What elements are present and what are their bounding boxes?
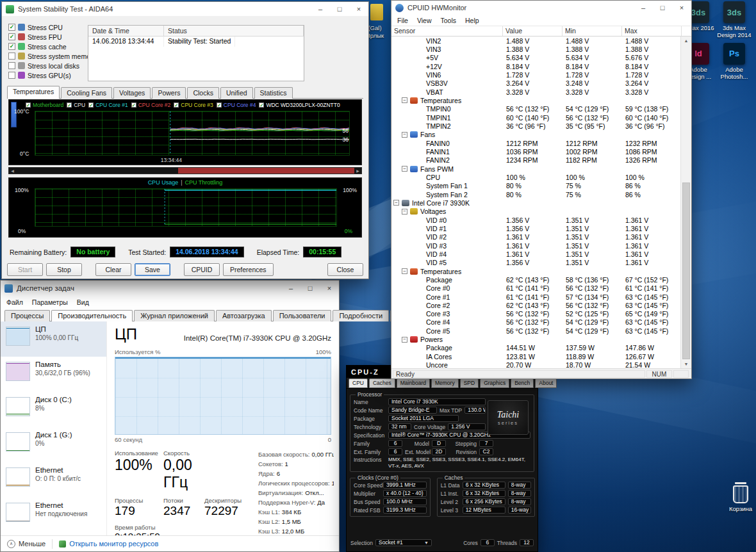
performance-sidebar-item[interactable]: Ethernet О: 0 П: 0 кбит/с [1, 462, 106, 498]
stress-checkbox[interactable]: ✓ [8, 24, 15, 31]
sensor-row[interactable]: − VID #1 1.356 V 1.351 V 1.361 V [391, 224, 680, 232]
collapse-toggle[interactable]: − [402, 132, 407, 138]
sensor-row[interactable]: − System Fan 2 80 % 75 % 86 % [391, 190, 680, 199]
dialog-button[interactable]: Save [135, 263, 170, 276]
collapse-toggle[interactable]: − [402, 209, 407, 215]
collapse-toggle[interactable]: − [393, 200, 399, 206]
legend-checkbox[interactable]: ✓ [131, 102, 136, 108]
socket-select[interactable]: Socket #1 ▼ [375, 539, 432, 546]
tab[interactable]: Журнал приложений [134, 310, 215, 321]
resource-monitor-link[interactable]: Открыть монитор ресурсов [59, 540, 158, 548]
sensor-row[interactable]: − IA Cores 123.81 W 118.89 W 126.67 W [391, 352, 680, 361]
folder-icon[interactable] [370, 4, 383, 20]
sensor-row[interactable]: − Package 144.51 W 137.59 W 147.86 W [391, 344, 680, 352]
menu-item[interactable]: Параметры [28, 297, 72, 307]
sensor-row[interactable]: − Fans [391, 131, 680, 139]
sensor-row[interactable]: − VIN3 1.388 V 1.388 V 1.388 V [391, 45, 680, 53]
stress-option[interactable]: ✓ Stress local disks [8, 61, 88, 70]
stress-checkbox[interactable]: ✓ [8, 53, 15, 60]
legend-checkbox[interactable]: ✓ [217, 102, 222, 108]
sensor-row[interactable]: − Powers [391, 335, 680, 343]
vertical-scrollbar[interactable]: ▲ ▼ [680, 37, 691, 368]
sensor-row[interactable]: − VID #5 1.356 V 1.351 V 1.361 V [391, 259, 680, 267]
scroll-left-icon[interactable]: ◀ [9, 168, 16, 173]
stress-checkbox[interactable]: ✓ [8, 62, 15, 69]
column-sensor[interactable]: Sensor [391, 26, 503, 36]
tab[interactable]: SPD [460, 378, 479, 388]
sensor-row[interactable]: − TMPIN2 36 °C (96 °F) 35 °C (95 °F) 36 … [391, 122, 680, 130]
tab[interactable]: CPU [349, 378, 368, 388]
tab[interactable]: Производительность [51, 310, 133, 321]
menu-item[interactable]: Tools [436, 15, 461, 26]
legend-checkbox[interactable]: ✓ [26, 102, 31, 108]
tab[interactable]: Voltages [113, 87, 151, 99]
column-value[interactable]: Value [503, 26, 563, 36]
tab[interactable]: Процессы [4, 310, 50, 321]
sensor-row[interactable]: − FANIN0 1212 RPM 1212 RPM 1232 RPM [391, 139, 680, 147]
column-max[interactable]: Max [622, 26, 682, 36]
aida64-titlebar[interactable]: System Stability Test - AIDA64 – □ × [2, 2, 368, 16]
legend-checkbox[interactable]: ✓ [174, 102, 179, 108]
tab[interactable]: Clocks [187, 87, 219, 99]
menu-item[interactable]: File [393, 15, 413, 26]
tab[interactable]: Bench [511, 378, 534, 388]
menu-item[interactable]: View [413, 15, 436, 26]
legend-checkbox[interactable]: ✓ [88, 102, 94, 108]
log-row[interactable]: 14.06.2018 13:34:44 Stability Test: Star… [88, 37, 304, 47]
close-dialog-button[interactable]: Close [327, 263, 363, 276]
sensor-row[interactable]: − Fans PWM [391, 165, 680, 173]
legend-item[interactable]: ✓ WDC WD3200LPLX-00ZNTT0 [259, 102, 340, 108]
dialog-button[interactable]: Preferences [223, 263, 274, 276]
sensor-row[interactable]: − Core #3 56 °C (132 °F) 52 °C (125 °F) … [391, 310, 680, 318]
desktop-icon[interactable]: Ps Adobe Photosh... [716, 43, 752, 81]
maximize-button[interactable]: □ [300, 280, 320, 296]
tab[interactable]: Memory [431, 378, 459, 388]
maximize-button[interactable]: □ [330, 2, 349, 16]
scroll-right-icon[interactable]: ▶ [354, 168, 361, 173]
stress-checkbox[interactable]: ✓ [8, 72, 15, 79]
stress-option[interactable]: ✓ Stress system memory [8, 51, 88, 61]
tab[interactable]: Unified [220, 87, 253, 99]
legend-item[interactable]: ✓ CPU [67, 102, 85, 108]
desktop-icon[interactable]: 3ds 3ds Max Design 2014 [716, 1, 752, 39]
legend-item[interactable]: ✓ CPU Core #1 [88, 102, 128, 108]
sensor-row[interactable]: − Core #4 56 °C (132 °F) 54 °C (129 °F) … [391, 318, 680, 327]
performance-sidebar-item[interactable]: Диск 0 (C:) 8% [1, 392, 106, 427]
maximize-button[interactable]: □ [653, 1, 672, 15]
tab[interactable]: Powers [152, 87, 186, 99]
stress-option[interactable]: ✓ Stress cache [8, 42, 88, 51]
sensor-row[interactable]: − VID #2 1.361 V 1.351 V 1.361 V [391, 233, 680, 241]
sensor-row[interactable]: − Voltages [391, 207, 680, 216]
column-min[interactable]: Min [563, 26, 622, 36]
tab[interactable]: About [535, 378, 557, 388]
menu-item[interactable]: Help [461, 15, 484, 26]
sensor-row[interactable]: − Core #2 62 °C (143 °F) 56 °C (132 °F) … [391, 301, 680, 309]
sensor-row[interactable]: − +12V 8.184 V 8.184 V 8.184 V [391, 62, 680, 70]
close-button[interactable]: × [320, 280, 339, 296]
legend-item[interactable]: ✓ CPU Core #3 [174, 102, 213, 108]
tab[interactable]: Temperatures [7, 86, 60, 99]
sensor-row[interactable]: − Core #1 61 °C (141 °F) 57 °C (134 °F) … [391, 293, 680, 301]
stress-checkbox[interactable]: ✓ [8, 43, 15, 50]
sensor-row[interactable]: − Core #0 61 °C (141 °F) 56 °C (132 °F) … [391, 284, 680, 293]
legend-item[interactable]: ✓ CPU Core #4 [217, 102, 256, 108]
hwmonitor-titlebar[interactable]: CPUID HWMonitor – □ × [391, 1, 691, 15]
tab[interactable]: Graphics [480, 378, 509, 388]
performance-sidebar-item[interactable]: Память 30,6/32,0 ГБ (96%) [1, 357, 106, 392]
dialog-button[interactable]: Stop [46, 263, 82, 276]
scroll-down-icon[interactable]: ▼ [681, 360, 691, 368]
dialog-button[interactable]: CPUID [184, 263, 220, 276]
sensor-row[interactable]: − VID #4 1.361 V 1.351 V 1.361 V [391, 250, 680, 258]
menu-item[interactable]: Вид [72, 297, 94, 307]
sensor-row[interactable]: − FANIN1 1036 RPM 1002 RPM 1086 RPM [391, 147, 680, 156]
less-details-button[interactable]: Меньше [19, 540, 45, 548]
task-manager-titlebar[interactable]: Диспетчер задач – □ × [1, 280, 339, 296]
sensor-row[interactable]: − VIN6 1.728 V 1.728 V 1.728 V [391, 70, 680, 79]
sensor-row[interactable]: − Package 62 °C (143 °F) 58 °C (136 °F) … [391, 275, 680, 284]
performance-sidebar-item[interactable]: Диск 1 (G:) 0% [1, 427, 106, 462]
sensor-row[interactable]: − +5V 5.634 V 5.634 V 5.676 V [391, 54, 680, 62]
sensor-row[interactable]: − VBAT 3.328 V 3.328 V 3.328 V [391, 88, 680, 96]
minimize-button[interactable]: – [281, 280, 300, 296]
recycle-bin[interactable]: Корзина [723, 485, 756, 513]
tab[interactable]: Подробности [333, 310, 389, 321]
